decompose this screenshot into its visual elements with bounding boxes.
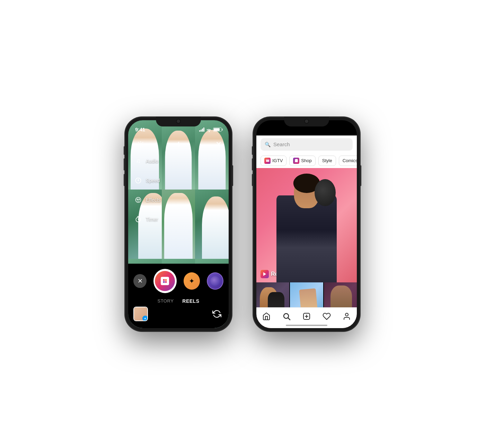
signal-bars-phone2 bbox=[327, 128, 333, 132]
effects-control[interactable]: Effects bbox=[133, 195, 161, 205]
time-phone1: 9:41 bbox=[135, 126, 145, 132]
svg-point-3 bbox=[136, 197, 141, 202]
svg-point-0 bbox=[140, 143, 142, 146]
circle-effect-button[interactable] bbox=[207, 272, 223, 290]
svg-marker-13 bbox=[263, 272, 266, 276]
search-bar[interactable]: 🔍 Search bbox=[261, 138, 353, 151]
gallery-thumbnail[interactable]: + bbox=[133, 307, 148, 321]
svg-rect-11 bbox=[266, 159, 269, 161]
svg-rect-10 bbox=[165, 281, 167, 283]
camera-bottom-row: + bbox=[133, 307, 223, 321]
flash-icon[interactable]: ✕ bbox=[175, 141, 187, 148]
timer-icon bbox=[133, 214, 143, 224]
svg-rect-7 bbox=[163, 279, 165, 281]
settings-icon[interactable] bbox=[135, 139, 146, 150]
person-figure bbox=[276, 174, 337, 282]
battery-fill-phone2 bbox=[342, 128, 348, 131]
capture-button[interactable] bbox=[153, 269, 177, 293]
phones-container: 9:41 bbox=[125, 117, 360, 332]
comics-chip-label: Comics bbox=[343, 158, 357, 163]
svg-rect-9 bbox=[163, 281, 165, 283]
cancel-capture-button[interactable]: ✕ bbox=[133, 274, 147, 288]
chip-shop[interactable]: Shop bbox=[289, 156, 315, 166]
effects-label: Effects bbox=[146, 197, 161, 203]
igtv-chip-icon bbox=[264, 158, 271, 164]
battery-fill-phone1 bbox=[214, 128, 220, 131]
svg-point-19 bbox=[345, 313, 348, 316]
effects-icon bbox=[133, 195, 143, 205]
silent-switch-2 bbox=[252, 146, 253, 155]
style-chip-label: Style bbox=[322, 158, 332, 163]
audio-icon: ♫ bbox=[133, 156, 143, 166]
side-controls: ♫ Audio Speed bbox=[133, 156, 161, 224]
speed-label: Speed bbox=[146, 178, 160, 183]
category-chips-row: IGTV Shop Style bbox=[256, 153, 357, 168]
nav-add[interactable] bbox=[299, 309, 314, 324]
shop-chip-icon bbox=[293, 158, 299, 164]
nav-profile[interactable] bbox=[339, 309, 354, 324]
search-bar-container: 🔍 Search bbox=[256, 135, 357, 153]
chip-comics[interactable]: Comics bbox=[339, 156, 357, 166]
mode-tabs: STORY REELS bbox=[133, 298, 223, 304]
chip-igtv[interactable]: IGTV bbox=[261, 156, 286, 166]
nav-heart[interactable] bbox=[319, 309, 334, 324]
battery-icon-phone1 bbox=[213, 128, 222, 132]
status-bar-phone2: 9:41 bbox=[256, 120, 357, 135]
svg-line-15 bbox=[288, 318, 290, 320]
volume-up-button bbox=[124, 158, 125, 170]
timer-control[interactable]: Timer bbox=[133, 214, 161, 224]
camera-overlay: ✕ ✕ ♫ Audio bbox=[128, 135, 229, 328]
search-icon: 🔍 bbox=[265, 142, 271, 147]
svg-rect-8 bbox=[165, 279, 167, 281]
audio-control[interactable]: ♫ Audio bbox=[133, 156, 161, 166]
status-icons-phone1 bbox=[199, 128, 222, 132]
shop-chip-label: Shop bbox=[301, 158, 311, 163]
status-bar-phone1: 9:41 bbox=[128, 120, 229, 135]
svg-point-4 bbox=[137, 199, 138, 200]
home-indicator-phone2 bbox=[286, 325, 327, 326]
volume-down-button-2 bbox=[252, 174, 253, 186]
phone2-screen: 9:41 bbox=[256, 120, 357, 328]
capture-row: ✕ bbox=[133, 269, 223, 293]
story-mode-tab[interactable]: STORY bbox=[157, 298, 174, 304]
wifi-icon-phone1 bbox=[206, 128, 211, 132]
time-phone2: 9:41 bbox=[263, 126, 273, 132]
main-featured-image: Reels bbox=[256, 168, 357, 282]
explore-content: 🔍 Search IGTV bbox=[256, 135, 357, 328]
svg-point-5 bbox=[139, 199, 140, 200]
signal-bars-phone1 bbox=[199, 128, 204, 132]
camera-top-bar: ✕ ✕ bbox=[128, 135, 229, 153]
speed-icon bbox=[133, 176, 143, 185]
phone-reels-camera: 9:41 bbox=[125, 117, 232, 332]
volume-up-button-2 bbox=[252, 158, 253, 170]
camera-bottom-controls: ✕ bbox=[128, 264, 229, 328]
volume-down-button bbox=[124, 174, 125, 186]
chip-style[interactable]: Style bbox=[318, 156, 336, 166]
status-icons-phone2 bbox=[327, 128, 350, 132]
add-to-gallery-icon: + bbox=[142, 316, 148, 321]
silent-switch bbox=[124, 146, 125, 155]
phone-explore: 9:41 bbox=[253, 117, 360, 332]
speed-control[interactable]: Speed bbox=[133, 176, 161, 185]
nav-home[interactable] bbox=[259, 309, 274, 324]
phone1-screen: 9:41 bbox=[128, 120, 229, 328]
search-placeholder: Search bbox=[273, 141, 290, 147]
battery-icon-phone2 bbox=[341, 128, 350, 132]
flip-camera-button[interactable] bbox=[210, 307, 223, 320]
power-button-2 bbox=[360, 165, 361, 186]
nav-search[interactable] bbox=[279, 309, 294, 324]
reels-badge-icon bbox=[261, 270, 269, 278]
reels-record-inner bbox=[155, 271, 175, 291]
audio-label: Audio bbox=[146, 158, 158, 164]
timer-label: Timer bbox=[146, 217, 158, 222]
close-camera-button[interactable]: ✕ bbox=[215, 140, 222, 149]
power-button bbox=[232, 165, 233, 186]
reels-mode-tab[interactable]: REELS bbox=[182, 298, 199, 304]
wifi-icon-phone2 bbox=[334, 128, 340, 132]
reels-icon bbox=[161, 277, 169, 285]
igtv-chip-label: IGTV bbox=[272, 158, 283, 163]
sparkle-effect-button[interactable]: ✦ bbox=[184, 272, 200, 290]
